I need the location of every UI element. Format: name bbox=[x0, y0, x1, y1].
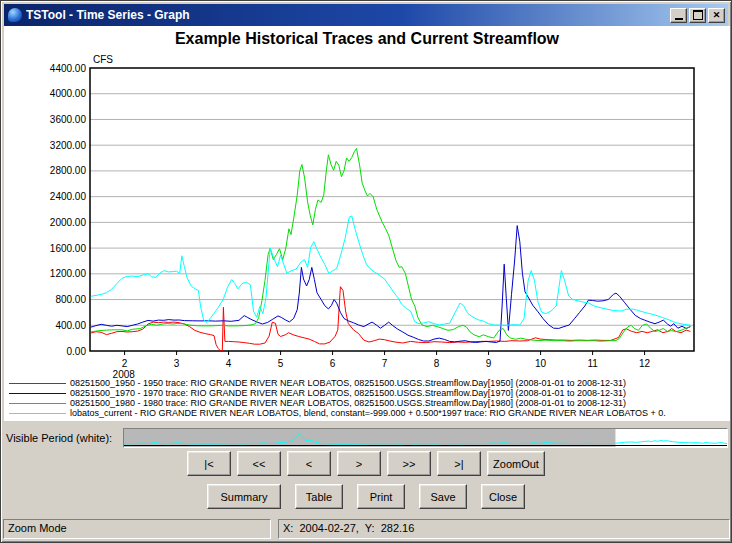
svg-text:10: 10 bbox=[535, 358, 547, 369]
legend-item: lobatos_current - RIO GRANDE RIVER NEAR … bbox=[9, 408, 725, 418]
tstool-app-icon bbox=[8, 8, 22, 22]
svg-text:9: 9 bbox=[486, 358, 492, 369]
svg-text:12: 12 bbox=[639, 358, 651, 369]
svg-text:1200.00: 1200.00 bbox=[50, 268, 87, 279]
status-mouse-coordinates: X: 2004-02-27, Y: 282.16 bbox=[278, 519, 730, 539]
svg-text:2008: 2008 bbox=[113, 369, 136, 378]
zoom-out-button[interactable]: ZoomOut bbox=[487, 451, 545, 476]
svg-text:2400.00: 2400.00 bbox=[50, 191, 87, 202]
svg-text:5: 5 bbox=[278, 358, 284, 369]
svg-text:2: 2 bbox=[122, 358, 128, 369]
svg-text:2000.00: 2000.00 bbox=[50, 217, 87, 228]
legend-item: 08251500_1970 - 1970 trace: RIO GRANDE R… bbox=[9, 388, 725, 398]
svg-text:400.00: 400.00 bbox=[55, 320, 86, 331]
page-right-button[interactable]: >> bbox=[387, 451, 431, 476]
print-button[interactable]: Print bbox=[357, 484, 405, 509]
svg-text:3: 3 bbox=[174, 358, 180, 369]
svg-text:800.00: 800.00 bbox=[55, 294, 86, 305]
close-button[interactable]: Close bbox=[481, 484, 525, 509]
svg-text:3600.00: 3600.00 bbox=[50, 114, 87, 125]
svg-text:8: 8 bbox=[434, 358, 440, 369]
legend-label: 08251500_1950 - 1950 trace: RIO GRANDE R… bbox=[70, 378, 626, 388]
minimize-button[interactable] bbox=[670, 8, 687, 23]
svg-text:3200.00: 3200.00 bbox=[50, 140, 87, 151]
step-right-button[interactable]: > bbox=[337, 451, 381, 476]
svg-text:4400.00: 4400.00 bbox=[50, 63, 87, 74]
svg-text:6: 6 bbox=[330, 358, 336, 369]
goto-start-button[interactable]: |< bbox=[187, 451, 231, 476]
legend-label: lobatos_current - RIO GRANDE RIVER NEAR … bbox=[70, 408, 666, 418]
svg-text:2800.00: 2800.00 bbox=[50, 165, 87, 176]
goto-end-button[interactable]: >| bbox=[437, 451, 481, 476]
close-window-button[interactable]: ✕ bbox=[708, 8, 725, 23]
svg-text:4: 4 bbox=[226, 358, 232, 369]
svg-text:7: 7 bbox=[382, 358, 388, 369]
legend-item: 08251500_1980 - 1980 trace: RIO GRANDE R… bbox=[9, 398, 725, 408]
tstool-graph-window: TSTool - Time Series - Graph ✕ Example H… bbox=[0, 0, 732, 543]
svg-text:1600.00: 1600.00 bbox=[50, 243, 87, 254]
legend-color-line bbox=[9, 403, 66, 404]
table-button[interactable]: Table bbox=[295, 484, 343, 509]
graph-panel: Example Historical Traces and Current St… bbox=[4, 26, 730, 421]
svg-text:4000.00: 4000.00 bbox=[50, 88, 87, 99]
minimize-icon bbox=[675, 18, 683, 20]
svg-text:CFS: CFS bbox=[93, 54, 113, 65]
action-toolbar: Summary Table Print Save Close bbox=[1, 484, 731, 509]
maximize-icon bbox=[693, 10, 703, 20]
legend-color-line bbox=[9, 413, 66, 414]
chart-legend: 08251500_1950 - 1950 trace: RIO GRANDE R… bbox=[9, 378, 725, 418]
step-left-button[interactable]: < bbox=[287, 451, 331, 476]
window-title: TSTool - Time Series - Graph bbox=[26, 8, 670, 22]
legend-item: 08251500_1950 - 1950 trace: RIO GRANDE R… bbox=[9, 378, 725, 388]
navigation-toolbar: |< << < > >> >| ZoomOut bbox=[1, 451, 731, 476]
visible-period-label: Visible Period (white): bbox=[6, 432, 112, 444]
page-left-button[interactable]: << bbox=[237, 451, 281, 476]
maximize-button[interactable] bbox=[689, 8, 706, 23]
summary-button[interactable]: Summary bbox=[207, 484, 281, 509]
save-button[interactable]: Save bbox=[419, 484, 467, 509]
legend-color-line bbox=[9, 393, 66, 394]
titlebar[interactable]: TSTool - Time Series - Graph ✕ bbox=[4, 4, 728, 26]
svg-text:0.00: 0.00 bbox=[67, 346, 87, 357]
svg-text:11: 11 bbox=[587, 358, 598, 369]
status-mode: Zoom Mode bbox=[3, 519, 271, 539]
legend-label: 08251500_1980 - 1980 trace: RIO GRANDE R… bbox=[70, 398, 626, 408]
chart-canvas[interactable]: 0.00400.00800.001200.001600.002000.00240… bbox=[4, 46, 730, 378]
legend-color-line bbox=[9, 383, 66, 384]
legend-label: 08251500_1970 - 1970 trace: RIO GRANDE R… bbox=[70, 388, 626, 398]
visible-period-bar[interactable] bbox=[123, 428, 728, 448]
